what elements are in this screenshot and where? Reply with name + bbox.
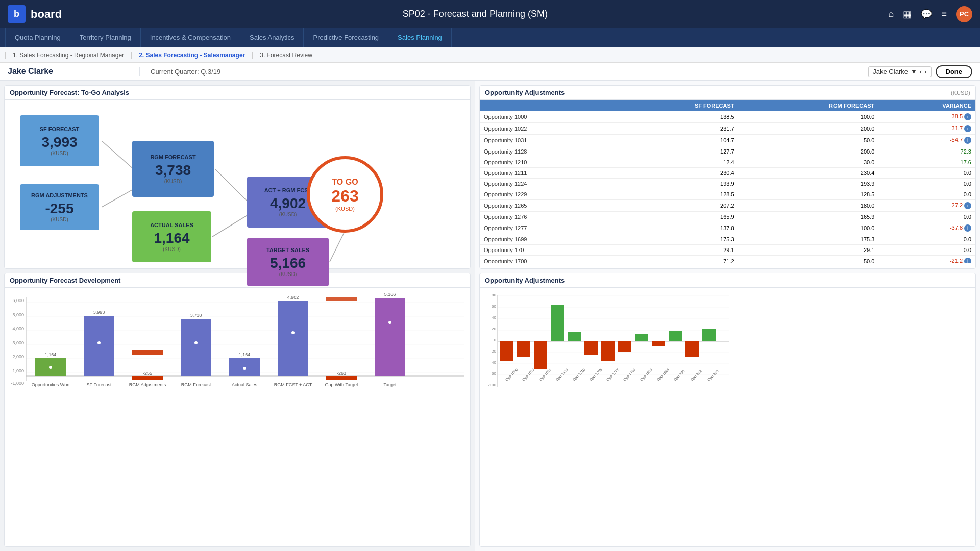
main-nav: Quota Planning Territory Planning Incent… bbox=[0, 28, 980, 47]
header: b board SP02 - Forecast and Planning (SM… bbox=[0, 0, 980, 28]
opp-variance: -37.8i bbox=[878, 222, 975, 234]
svg-text:2,000: 2,000 bbox=[12, 354, 24, 359]
forecast-dev-title: Opportunity Forecast Development bbox=[5, 273, 470, 288]
header-icons: ⌂ ▦ 💬 ≡ PC bbox=[889, 6, 972, 22]
svg-rect-32 bbox=[181, 319, 211, 376]
table-row: Opportunity 1277 137.8 100.0 -37.8i bbox=[480, 222, 975, 234]
svg-text:Opp 1277: Opp 1277 bbox=[606, 368, 620, 382]
opp-adj-chart-section: Opportunity Adjustments 80 60 40 20 0 -2… bbox=[479, 273, 976, 547]
svg-rect-81 bbox=[635, 334, 648, 341]
nav-sales-analytics[interactable]: Sales Analytics bbox=[240, 28, 304, 47]
svg-rect-77 bbox=[568, 332, 581, 341]
opp-table-wrapper[interactable]: SF FORECAST RGM FORECAST VARIANCE Opport… bbox=[480, 100, 975, 263]
svg-line-1 bbox=[102, 189, 133, 207]
opp-variance: -27.2i bbox=[878, 200, 975, 212]
svg-text:Target: Target bbox=[383, 382, 397, 387]
table-row: Opportunity 1211 230.4 230.4 0.0 bbox=[480, 168, 975, 179]
opp-variance: 0.0 bbox=[878, 212, 975, 222]
svg-text:Opp 1128: Opp 1128 bbox=[555, 368, 569, 382]
opp-name: Opportunity 1031 bbox=[480, 135, 614, 146]
svg-text:5,166: 5,166 bbox=[384, 292, 396, 297]
chevron-right-icon[interactable]: › bbox=[924, 68, 926, 76]
opp-rgm: 193.9 bbox=[739, 179, 879, 189]
context-quarter: Current Quarter: Q.3/19 bbox=[140, 68, 868, 76]
svg-text:40: 40 bbox=[492, 315, 496, 320]
nav-incentives[interactable]: Incentives & Compensation bbox=[141, 28, 240, 47]
svg-point-42 bbox=[291, 331, 295, 334]
target-unit: (KUSD) bbox=[279, 271, 297, 277]
svg-text:5,000: 5,000 bbox=[12, 312, 24, 317]
avatar[interactable]: PC bbox=[956, 6, 972, 22]
opp-rgm: 100.0 bbox=[739, 222, 879, 234]
svg-text:-40: -40 bbox=[490, 360, 496, 365]
svg-text:Gap With Target: Gap With Target bbox=[325, 382, 358, 387]
nav-quota-planning[interactable]: Quota Planning bbox=[5, 28, 70, 47]
opp-name: Opportunity 170 bbox=[480, 245, 614, 256]
opp-sf: 71.2 bbox=[614, 256, 738, 264]
svg-text:Actual Sales: Actual Sales bbox=[232, 382, 258, 387]
opp-variance: 0.0 bbox=[878, 234, 975, 245]
opp-name: Opportunity 1000 bbox=[480, 111, 614, 123]
opp-sf: 127.7 bbox=[614, 146, 738, 157]
subnav-regional-manager[interactable]: 1. Sales Forecasting - Regional Manager bbox=[5, 52, 132, 59]
table-row: Opportunity 1031 104.7 50.0 -54.7i bbox=[480, 135, 975, 146]
context-right: Jake Clarke ▼ ‹ › Done bbox=[868, 65, 972, 78]
svg-text:1,164: 1,164 bbox=[239, 352, 251, 357]
opp-name: Opportunity 1277 bbox=[480, 222, 614, 234]
opp-sf: 165.9 bbox=[614, 212, 738, 222]
togo-label: TO GO bbox=[332, 178, 358, 187]
chevron-left-icon[interactable]: ‹ bbox=[920, 68, 922, 76]
opp-variance: 0.0 bbox=[878, 168, 975, 179]
sf-forecast-box: SF FORECAST 3,993 (KUSD) bbox=[20, 115, 99, 166]
svg-text:SF Forecast: SF Forecast bbox=[86, 382, 112, 387]
context-bar: Jake Clarke Current Quarter: Q.3/19 Jake… bbox=[0, 63, 980, 81]
opp-variance: -54.7i bbox=[878, 135, 975, 146]
col-name bbox=[480, 100, 614, 111]
opp-name: Opportunity 1224 bbox=[480, 179, 614, 189]
table-header-row: SF FORECAST RGM FORECAST VARIANCE bbox=[480, 100, 975, 111]
table-row: Opportunity 1210 12.4 30.0 17.6 bbox=[480, 157, 975, 168]
chat-icon[interactable]: 💬 bbox=[921, 9, 932, 20]
table-row: Opportunity 1700 71.2 50.0 -21.2i bbox=[480, 256, 975, 264]
rgm-adj-value: -255 bbox=[45, 201, 74, 217]
act-rgm-label: ACT + RGM FCST bbox=[264, 187, 312, 193]
opp-adj-chart-title: Opportunity Adjustments bbox=[480, 273, 975, 288]
svg-text:Opp 1022: Opp 1022 bbox=[522, 368, 535, 382]
col-sf: SF FORECAST bbox=[614, 100, 738, 111]
opp-name: Opportunity 1128 bbox=[480, 146, 614, 157]
opp-name: Opportunity 1265 bbox=[480, 200, 614, 212]
page-title: SP02 - Forecast and Planning (SM) bbox=[62, 9, 888, 19]
opp-rgm: 175.3 bbox=[739, 234, 879, 245]
menu-icon[interactable]: ≡ bbox=[941, 9, 947, 19]
nav-predictive[interactable]: Predictive Forecasting bbox=[304, 28, 388, 47]
col-rgm: RGM FORECAST bbox=[739, 100, 879, 111]
togo-unit: (KUSD) bbox=[335, 206, 355, 212]
opp-name: Opportunity 1700 bbox=[480, 256, 614, 264]
home-icon[interactable]: ⌂ bbox=[889, 9, 894, 19]
svg-rect-49 bbox=[375, 298, 405, 376]
opp-rgm: 180.0 bbox=[739, 200, 879, 212]
sub-nav: 1. Sales Forecasting - Regional Manager … bbox=[0, 47, 980, 63]
nav-territory-planning[interactable]: Territory Planning bbox=[70, 28, 141, 47]
opp-table: SF FORECAST RGM FORECAST VARIANCE Opport… bbox=[480, 100, 975, 263]
table-row: Opportunity 1224 193.9 193.9 0.0 bbox=[480, 179, 975, 189]
rgm-fcst-unit: (KUSD) bbox=[164, 179, 182, 184]
rgm-adj-box: RGM ADJUSTMENTS -255 (KUSD) bbox=[20, 184, 99, 230]
svg-rect-82 bbox=[652, 341, 665, 346]
svg-rect-73 bbox=[500, 341, 513, 361]
svg-text:RGM Adjustments: RGM Adjustments bbox=[129, 382, 166, 387]
actual-value: 1,164 bbox=[154, 230, 189, 246]
subnav-salesmanager[interactable]: 2. Sales Forecasting - Salesmanager bbox=[132, 52, 253, 59]
opp-variance: 17.6 bbox=[878, 157, 975, 168]
svg-rect-46 bbox=[326, 297, 357, 301]
user-selector[interactable]: Jake Clarke ▼ ‹ › bbox=[868, 66, 931, 77]
opp-variance: 72.3 bbox=[878, 146, 975, 157]
main-content: Opportunity Forecast: To-Go Analysis bbox=[0, 81, 980, 551]
nav-sales-planning[interactable]: Sales Planning bbox=[388, 28, 452, 47]
subnav-forecast-review[interactable]: 3. Forecast Review bbox=[253, 52, 320, 59]
opp-rgm: 30.0 bbox=[739, 157, 879, 168]
svg-text:3,993: 3,993 bbox=[93, 310, 105, 315]
monitor-icon[interactable]: ▦ bbox=[903, 9, 912, 20]
done-button[interactable]: Done bbox=[936, 65, 973, 78]
opp-sf: 207.2 bbox=[614, 200, 738, 212]
